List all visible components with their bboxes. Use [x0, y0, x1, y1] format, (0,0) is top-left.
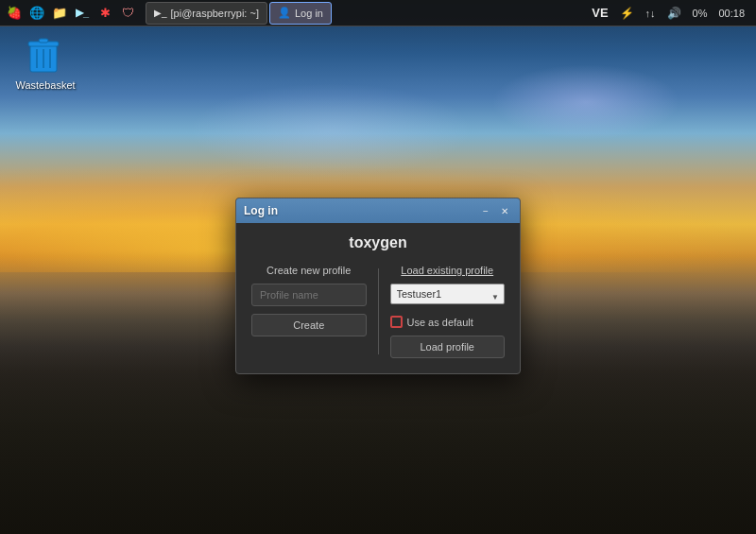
dialog-overlay: Log in − ✕ toxygen Create new profile: [0, 0, 756, 534]
profile-name-input[interactable]: [251, 284, 367, 306]
dialog-controls: − ✕: [478, 203, 512, 218]
create-profile-header: Create new profile: [251, 265, 367, 276]
use-default-row: Use as default: [390, 316, 506, 328]
app-name-label: toxygen: [251, 234, 505, 251]
use-default-label: Use as default: [407, 317, 473, 328]
desktop: 🍓 🌐 📁 ▶_ ✱ 🛡 ▶_ [pi@raspberrypi: ~] 👤 Lo…: [0, 0, 756, 534]
dialog-titlebar: Log in − ✕: [236, 198, 520, 223]
column-divider: [378, 268, 379, 354]
create-button[interactable]: Create: [251, 314, 367, 336]
profile-select[interactable]: Testuser1: [390, 284, 506, 304]
load-profile-header: Load existing profile: [390, 265, 506, 276]
create-profile-column: Create new profile Create: [251, 265, 367, 358]
use-default-checkbox[interactable]: [390, 316, 403, 328]
load-profile-button[interactable]: Load profile: [390, 336, 506, 358]
dialog-close-btn[interactable]: ✕: [497, 203, 512, 218]
dialog-minimize-btn[interactable]: −: [478, 203, 493, 218]
dialog-title: Log in: [244, 204, 278, 217]
login-dialog: Log in − ✕ toxygen Create new profile: [235, 198, 521, 374]
dialog-body: toxygen Create new profile Create: [236, 223, 520, 373]
dialog-columns: Create new profile Create Load existing …: [251, 265, 505, 358]
load-profile-column: Load existing profile Testuser1 Use as d…: [390, 265, 506, 358]
profile-select-wrapper: Testuser1: [390, 284, 506, 310]
